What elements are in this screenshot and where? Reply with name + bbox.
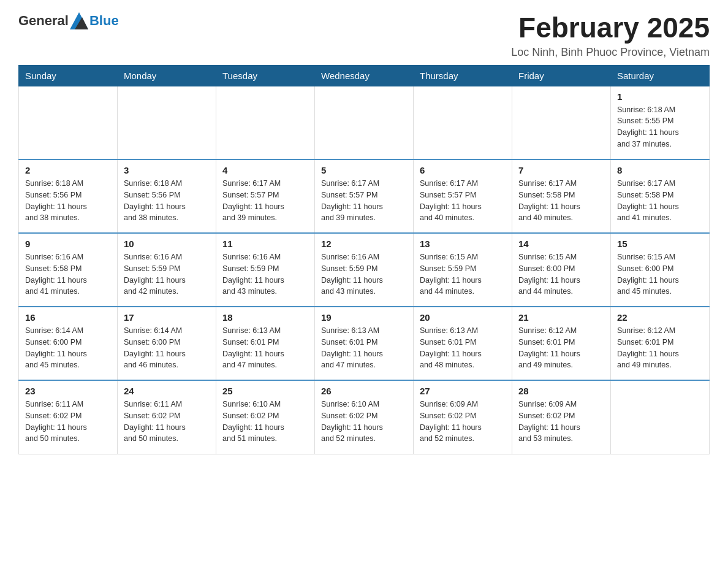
day-info: Sunrise: 6:15 AM Sunset: 6:00 PM Dayligh… bbox=[617, 251, 703, 297]
day-info: Sunrise: 6:13 AM Sunset: 6:01 PM Dayligh… bbox=[222, 325, 308, 371]
day-info: Sunrise: 6:13 AM Sunset: 6:01 PM Dayligh… bbox=[321, 325, 407, 371]
day-number: 9 bbox=[25, 239, 111, 249]
calendar-week-0: 1Sunrise: 6:18 AM Sunset: 5:55 PM Daylig… bbox=[19, 86, 710, 159]
calendar-cell: 1Sunrise: 6:18 AM Sunset: 5:55 PM Daylig… bbox=[611, 86, 710, 159]
calendar-cell: 11Sunrise: 6:16 AM Sunset: 5:59 PM Dayli… bbox=[216, 233, 315, 307]
day-number: 24 bbox=[124, 386, 210, 396]
day-info: Sunrise: 6:18 AM Sunset: 5:56 PM Dayligh… bbox=[124, 178, 210, 224]
day-number: 18 bbox=[222, 312, 308, 323]
day-info: Sunrise: 6:15 AM Sunset: 5:59 PM Dayligh… bbox=[420, 251, 506, 297]
day-info: Sunrise: 6:15 AM Sunset: 6:00 PM Dayligh… bbox=[518, 251, 604, 297]
day-info: Sunrise: 6:17 AM Sunset: 5:57 PM Dayligh… bbox=[321, 178, 407, 224]
day-info: Sunrise: 6:18 AM Sunset: 5:55 PM Dayligh… bbox=[617, 104, 703, 150]
calendar-cell: 25Sunrise: 6:10 AM Sunset: 6:02 PM Dayli… bbox=[216, 380, 315, 454]
calendar-cell: 8Sunrise: 6:17 AM Sunset: 5:58 PM Daylig… bbox=[611, 159, 710, 233]
header-tuesday: Tuesday bbox=[216, 65, 315, 86]
day-number: 26 bbox=[321, 386, 407, 396]
header-wednesday: Wednesday bbox=[315, 65, 414, 86]
page-subtitle: Loc Ninh, Binh Phuoc Province, Vietnam bbox=[511, 46, 710, 59]
title-block: February 2025 Loc Ninh, Binh Phuoc Provi… bbox=[511, 12, 710, 59]
day-number: 12 bbox=[321, 239, 407, 249]
day-info: Sunrise: 6:17 AM Sunset: 5:57 PM Dayligh… bbox=[222, 178, 308, 224]
day-number: 8 bbox=[617, 165, 703, 175]
calendar-cell bbox=[315, 86, 414, 159]
page-title: February 2025 bbox=[511, 12, 710, 44]
day-number: 5 bbox=[321, 165, 407, 175]
calendar-cell: 3Sunrise: 6:18 AM Sunset: 5:56 PM Daylig… bbox=[118, 159, 216, 233]
calendar-cell bbox=[216, 86, 315, 159]
day-number: 14 bbox=[518, 239, 604, 249]
calendar-cell: 24Sunrise: 6:11 AM Sunset: 6:02 PM Dayli… bbox=[118, 380, 216, 454]
day-number: 17 bbox=[124, 312, 210, 323]
day-info: Sunrise: 6:13 AM Sunset: 6:01 PM Dayligh… bbox=[420, 325, 506, 371]
day-info: Sunrise: 6:14 AM Sunset: 6:00 PM Dayligh… bbox=[124, 325, 210, 371]
day-number: 6 bbox=[420, 165, 506, 175]
header-monday: Monday bbox=[118, 65, 216, 86]
day-info: Sunrise: 6:16 AM Sunset: 5:59 PM Dayligh… bbox=[124, 251, 210, 297]
calendar-cell: 5Sunrise: 6:17 AM Sunset: 5:57 PM Daylig… bbox=[315, 159, 414, 233]
calendar-cell: 7Sunrise: 6:17 AM Sunset: 5:58 PM Daylig… bbox=[512, 159, 611, 233]
day-info: Sunrise: 6:12 AM Sunset: 6:01 PM Dayligh… bbox=[617, 325, 703, 371]
calendar-cell bbox=[118, 86, 216, 159]
day-number: 28 bbox=[518, 386, 604, 396]
day-info: Sunrise: 6:18 AM Sunset: 5:56 PM Dayligh… bbox=[25, 178, 111, 224]
calendar-cell: 6Sunrise: 6:17 AM Sunset: 5:57 PM Daylig… bbox=[414, 159, 512, 233]
calendar-cell: 17Sunrise: 6:14 AM Sunset: 6:00 PM Dayli… bbox=[118, 307, 216, 380]
day-number: 7 bbox=[518, 165, 604, 175]
calendar-cell: 18Sunrise: 6:13 AM Sunset: 6:01 PM Dayli… bbox=[216, 307, 315, 380]
day-info: Sunrise: 6:10 AM Sunset: 6:02 PM Dayligh… bbox=[222, 399, 308, 445]
day-number: 15 bbox=[617, 239, 703, 249]
calendar-week-2: 9Sunrise: 6:16 AM Sunset: 5:58 PM Daylig… bbox=[19, 233, 710, 307]
calendar-week-3: 16Sunrise: 6:14 AM Sunset: 6:00 PM Dayli… bbox=[19, 307, 710, 380]
calendar-cell: 26Sunrise: 6:10 AM Sunset: 6:02 PM Dayli… bbox=[315, 380, 414, 454]
day-number: 16 bbox=[25, 312, 111, 323]
day-info: Sunrise: 6:16 AM Sunset: 5:59 PM Dayligh… bbox=[222, 251, 308, 297]
header-friday: Friday bbox=[512, 65, 611, 86]
day-info: Sunrise: 6:17 AM Sunset: 5:58 PM Dayligh… bbox=[518, 178, 604, 224]
day-info: Sunrise: 6:16 AM Sunset: 5:59 PM Dayligh… bbox=[321, 251, 407, 297]
day-info: Sunrise: 6:11 AM Sunset: 6:02 PM Dayligh… bbox=[124, 399, 210, 445]
day-number: 20 bbox=[420, 312, 506, 323]
logo-general: General bbox=[18, 13, 69, 29]
calendar-cell: 27Sunrise: 6:09 AM Sunset: 6:02 PM Dayli… bbox=[414, 380, 512, 454]
day-number: 10 bbox=[124, 239, 210, 249]
calendar-cell: 4Sunrise: 6:17 AM Sunset: 5:57 PM Daylig… bbox=[216, 159, 315, 233]
day-number: 21 bbox=[518, 312, 604, 323]
logo-icon bbox=[70, 12, 88, 29]
calendar-cell bbox=[414, 86, 512, 159]
day-info: Sunrise: 6:09 AM Sunset: 6:02 PM Dayligh… bbox=[518, 399, 604, 445]
day-info: Sunrise: 6:09 AM Sunset: 6:02 PM Dayligh… bbox=[420, 399, 506, 445]
day-info: Sunrise: 6:16 AM Sunset: 5:58 PM Dayligh… bbox=[25, 251, 111, 297]
calendar-cell: 16Sunrise: 6:14 AM Sunset: 6:00 PM Dayli… bbox=[19, 307, 118, 380]
calendar-week-1: 2Sunrise: 6:18 AM Sunset: 5:56 PM Daylig… bbox=[19, 159, 710, 233]
calendar-cell: 14Sunrise: 6:15 AM Sunset: 6:00 PM Dayli… bbox=[512, 233, 611, 307]
calendar-cell: 28Sunrise: 6:09 AM Sunset: 6:02 PM Dayli… bbox=[512, 380, 611, 454]
header-saturday: Saturday bbox=[611, 65, 710, 86]
logo: General Blue bbox=[18, 12, 119, 29]
calendar-cell bbox=[19, 86, 118, 159]
calendar-cell: 2Sunrise: 6:18 AM Sunset: 5:56 PM Daylig… bbox=[19, 159, 118, 233]
calendar-cell: 15Sunrise: 6:15 AM Sunset: 6:00 PM Dayli… bbox=[611, 233, 710, 307]
header-sunday: Sunday bbox=[19, 65, 118, 86]
calendar-body: 1Sunrise: 6:18 AM Sunset: 5:55 PM Daylig… bbox=[19, 86, 710, 454]
calendar-cell: 10Sunrise: 6:16 AM Sunset: 5:59 PM Dayli… bbox=[118, 233, 216, 307]
day-info: Sunrise: 6:14 AM Sunset: 6:00 PM Dayligh… bbox=[25, 325, 111, 371]
calendar-cell: 22Sunrise: 6:12 AM Sunset: 6:01 PM Dayli… bbox=[611, 307, 710, 380]
day-number: 3 bbox=[124, 165, 210, 175]
day-number: 27 bbox=[420, 386, 506, 396]
day-number: 19 bbox=[321, 312, 407, 323]
calendar-cell bbox=[512, 86, 611, 159]
day-number: 1 bbox=[617, 91, 703, 102]
calendar-cell: 19Sunrise: 6:13 AM Sunset: 6:01 PM Dayli… bbox=[315, 307, 414, 380]
day-info: Sunrise: 6:12 AM Sunset: 6:01 PM Dayligh… bbox=[518, 325, 604, 371]
calendar-cell: 12Sunrise: 6:16 AM Sunset: 5:59 PM Dayli… bbox=[315, 233, 414, 307]
page-header: General Blue February 2025 Loc Ninh, Bin… bbox=[18, 12, 710, 59]
day-number: 13 bbox=[420, 239, 506, 249]
weekday-header-row: Sunday Monday Tuesday Wednesday Thursday… bbox=[19, 65, 710, 86]
day-number: 22 bbox=[617, 312, 703, 323]
day-number: 23 bbox=[25, 386, 111, 396]
day-info: Sunrise: 6:17 AM Sunset: 5:58 PM Dayligh… bbox=[617, 178, 703, 224]
logo-blue: Blue bbox=[89, 13, 119, 29]
calendar-week-4: 23Sunrise: 6:11 AM Sunset: 6:02 PM Dayli… bbox=[19, 380, 710, 454]
day-number: 25 bbox=[222, 386, 308, 396]
